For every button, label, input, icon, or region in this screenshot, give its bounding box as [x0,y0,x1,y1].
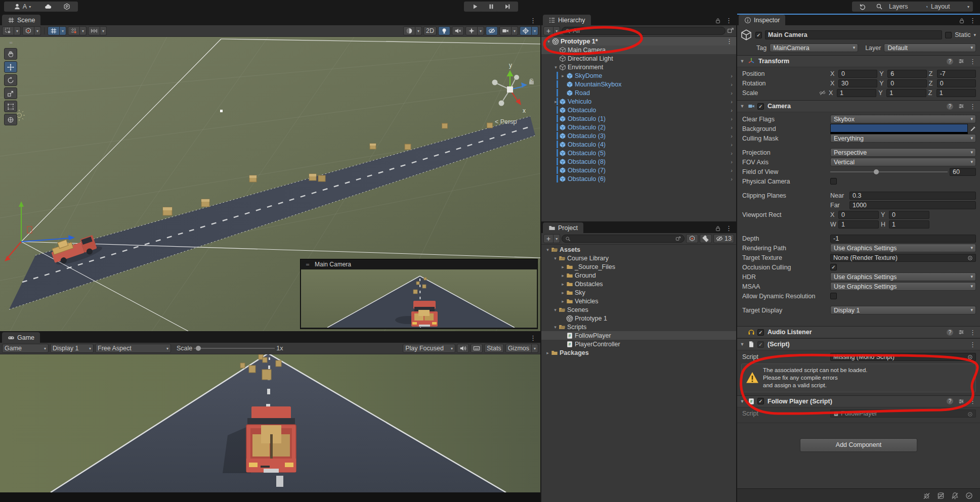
hierarchy-item-obstaculo[interactable]: Obstaculo› [541,106,736,114]
scene-pivot-dropdown[interactable]: ▾ [22,26,41,35]
projection-dropdown[interactable]: Perspective [830,148,976,157]
frustum-handle[interactable] [220,110,223,112]
expand-arrow-icon[interactable]: ▾ [544,247,551,252]
fov-axis-dropdown[interactable]: Vertical [830,158,976,166]
rect-tool-button[interactable] [4,101,17,112]
kebab-icon[interactable]: ⋮ [969,341,976,348]
missing-script-field[interactable]: Missing (Mono Script) [830,353,976,361]
hierarchy-item-obstaculo-2[interactable]: Obstaculo (2)› [541,123,736,131]
expand-arrow-icon[interactable]: ▸ [560,282,566,287]
far-field[interactable]: 1000 [849,201,976,209]
rotation-y-field[interactable]: 0 [887,79,926,87]
help-icon[interactable]: ? [947,58,953,65]
viewport-w-field[interactable]: 1 [838,220,879,229]
help-icon[interactable]: ? [947,398,953,404]
hierarchy-item-obstaculo-1[interactable]: Obstaculo (1)› [541,114,736,123]
prefab-open-chevron-icon[interactable]: › [731,107,733,113]
step-button[interactable] [496,2,518,12]
transform-tool-button[interactable] [4,114,17,125]
object-picker-icon[interactable] [967,354,973,360]
occlusion-culling-checkbox[interactable]: ✓ [830,264,837,270]
prefab-open-chevron-icon[interactable]: › [731,142,733,148]
foldout-arrow[interactable]: ▼ [739,342,745,347]
add-component-button[interactable]: Add Component [800,438,917,452]
camera-header[interactable]: ▼ ✓ Camera ? ⋮ [737,100,980,112]
expand-arrow-icon[interactable]: ▾ [552,65,559,70]
search-by-label-button[interactable] [700,234,712,243]
tab-scene[interactable]: Scene [2,15,40,25]
physical-camera-checkbox[interactable] [830,178,837,185]
project-item-vehicles[interactable]: ▸Vehicles [541,297,736,305]
viewport-h-field[interactable]: 1 [889,220,929,229]
hierarchy-menu-kebab-icon[interactable]: ⋮ [726,17,732,24]
kebab-icon[interactable]: ⋮ [969,329,976,336]
transform-header[interactable]: ▼ Transform ? ⋮ [737,55,980,67]
expand-arrow-icon[interactable]: ▾ [552,325,559,330]
object-picker-icon[interactable] [967,412,973,417]
project-item-prototype-1[interactable]: Prototype 1 [541,314,736,323]
project-item-assets[interactable]: ▾Assets [541,245,736,254]
device-input-toggle[interactable] [471,344,483,353]
view-tool-button[interactable] [4,48,17,60]
move-tool-button[interactable] [4,61,17,73]
game-audio-toggle[interactable] [457,344,469,353]
gameobject-cube-icon[interactable] [740,29,752,41]
background-color-swatch[interactable] [830,124,968,134]
persp-indicator[interactable]: < Persp [495,118,517,125]
inspector-menu-kebab-icon[interactable]: ⋮ [969,17,976,24]
target-texture-field[interactable]: None (Render Texture) [830,254,976,262]
search-by-type-button[interactable] [686,234,698,243]
hierarchy-item-main-camera[interactable]: Main Camera [541,45,736,54]
tag-dropdown[interactable]: MainCamera [770,43,858,52]
prefab-open-chevron-icon[interactable]: › [731,176,733,182]
scene-viewport[interactable]: y z x < Persp ＝ ＝ Main Camera [0,37,540,331]
project-item-packages[interactable]: ▸Packages [541,348,736,357]
kebab-icon[interactable]: ⋮ [969,103,976,110]
scale-tool-button[interactable] [4,87,17,99]
gameobject-name-field[interactable]: Main Camera [765,30,942,39]
culling-mask-dropdown[interactable]: Everything [830,134,976,143]
rotate-tool-button[interactable] [4,74,17,86]
foldout-arrow[interactable]: ▼ [739,59,745,64]
expand-arrow-icon[interactable]: ▸ [560,73,566,78]
tab-hierarchy[interactable]: Hierarchy [543,15,591,25]
clear-flags-dropdown[interactable]: Skybox [830,115,976,123]
viewport-x-field[interactable]: 0 [838,211,879,219]
game-menu-kebab-icon[interactable]: ⋮ [530,335,536,341]
tab-game[interactable]: Game [2,332,40,343]
target-display-dropdown[interactable]: Display 1 [830,306,976,314]
eyedropper-icon[interactable] [970,126,976,132]
game-scale-slider[interactable] [194,344,275,352]
expand-arrow-icon[interactable]: ▸ [544,350,551,355]
cache-disabled-icon[interactable] [937,492,945,499]
project-item-ground[interactable]: ▸Ground [541,271,736,280]
create-asset-dropdown[interactable]: +▾ [543,234,560,243]
help-icon[interactable]: ? [947,103,953,110]
layout-dropdown[interactable]: Layout ▾ [927,2,973,12]
expand-arrow-icon[interactable]: ▾ [545,39,552,44]
kebab-icon[interactable]: ⋮ [969,398,976,404]
create-object-dropdown[interactable]: +▾ [543,26,560,35]
expand-arrow-icon[interactable]: ▸ [560,264,566,269]
scene-lighting-toggle[interactable] [438,26,450,35]
hierarchy-item-directional-light[interactable]: Directional Light [541,54,736,63]
audio-listener-header[interactable]: ▼ ✓ Audio Listener ? ⋮ [737,326,980,338]
scene-camera-dropdown[interactable]: ▾ [499,26,518,35]
scale-x-field[interactable]: 1 [837,89,876,97]
version-control-button[interactable] [56,2,78,12]
static-dropdown-arrow[interactable]: ▾ [973,32,976,37]
kebab-icon[interactable]: ⋮ [969,58,976,65]
lock-icon[interactable] [959,18,965,24]
project-item-followplayer[interactable]: FollowPlayer [541,331,736,340]
game-aspect-dropdown[interactable]: Free Aspect▾ [95,344,171,353]
shading-mode-dropdown[interactable]: ▾ [403,26,422,35]
game-gizmos-dropdown[interactable]: Gizmos▾ [505,344,538,353]
project-item-scenes[interactable]: ▾Scenes [541,305,736,314]
picker-icon[interactable] [675,236,681,242]
follow-player-header[interactable]: ▼ ✓ Follow Player (Script) ? ⋮ [737,395,980,407]
hierarchy-item-obstaculo-5[interactable]: Obstaculo (5)› [541,149,736,157]
overlay-drag-handle[interactable]: ＝ [4,39,18,47]
gameobject-active-checkbox[interactable]: ✓ [755,32,762,38]
scene-pick-tool-dropdown[interactable]: ▾ [2,26,21,35]
hidden-packages-toggle[interactable]: 13 [713,234,734,243]
